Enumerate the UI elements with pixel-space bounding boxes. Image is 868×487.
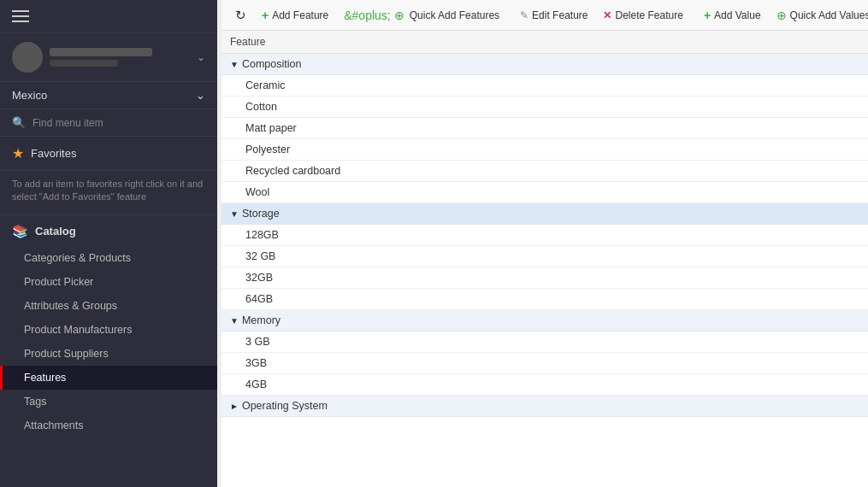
feature-value-row[interactable]: 3GB bbox=[221, 353, 868, 374]
feature-value-row[interactable]: Matt paper bbox=[221, 118, 868, 139]
feature-group-1[interactable]: ▼Storage bbox=[221, 203, 868, 225]
catalog-icon: 📚 bbox=[12, 224, 28, 239]
main-content: ↻ + Add Feature &#oplus; ⊕ Quick Add Fea… bbox=[221, 0, 868, 487]
feature-value-row[interactable]: Polyester bbox=[221, 139, 868, 161]
search-input[interactable] bbox=[32, 117, 205, 129]
sidebar-item-product-manufacturers[interactable]: Product Manufacturers bbox=[0, 318, 217, 342]
refresh-button[interactable]: ↻ bbox=[228, 4, 253, 26]
sidebar-search: 🔍 bbox=[0, 109, 217, 137]
sidebar-location[interactable]: Mexico ⌄ bbox=[0, 82, 217, 109]
toolbar: ↻ + Add Feature &#oplus; ⊕ Quick Add Fea… bbox=[221, 0, 868, 31]
edit-feature-label: Edit Feature bbox=[532, 9, 588, 21]
feature-group-2[interactable]: ▼Memory bbox=[221, 310, 868, 332]
feature-table: Feature ▼CompositionCeramicCottonMatt pa… bbox=[221, 31, 868, 417]
sidebar-header bbox=[0, 0, 217, 33]
delete-x-icon: ✕ bbox=[603, 9, 611, 21]
favorites-hint: To add an item to favorites right click … bbox=[0, 171, 217, 215]
quick-add-features-label: Quick Add Features bbox=[410, 9, 499, 21]
group-chevron-icon: ▼ bbox=[230, 316, 239, 326]
group-chevron-icon: ▼ bbox=[230, 60, 239, 69]
group-chevron-icon: ▼ bbox=[230, 209, 239, 219]
sidebar-favorites: ★ Favorites bbox=[0, 137, 217, 171]
add-feature-button[interactable]: + Add Feature bbox=[255, 5, 335, 26]
location-chevron-down-icon: ⌄ bbox=[196, 89, 205, 102]
user-name bbox=[50, 48, 152, 56]
nav-list: Categories & ProductsProduct PickerAttri… bbox=[0, 246, 217, 437]
sidebar: ⌄ Mexico ⌄ 🔍 ★ Favorites To add an item … bbox=[0, 0, 217, 487]
sidebar-item-features[interactable]: Features bbox=[0, 366, 217, 390]
add-value-button[interactable]: + Add Value bbox=[697, 5, 768, 26]
feature-group-0[interactable]: ▼Composition bbox=[221, 54, 868, 75]
feature-value-row[interactable]: 3 GB bbox=[221, 332, 868, 353]
search-icon: 🔍 bbox=[12, 116, 26, 129]
quick-add-values-button[interactable]: ⊕ Quick Add Values bbox=[770, 5, 868, 26]
delete-feature-label: Delete Feature bbox=[615, 9, 682, 21]
feature-value-row[interactable]: Recycled cardboard bbox=[221, 161, 868, 182]
sidebar-item-product-suppliers[interactable]: Product Suppliers bbox=[0, 342, 217, 366]
favorites-label: Favorites bbox=[31, 147, 76, 160]
sidebar-user: ⌄ bbox=[0, 33, 217, 82]
feature-value-row[interactable]: Ceramic bbox=[221, 75, 868, 97]
feature-value-row[interactable]: 4GB bbox=[221, 374, 868, 396]
plus-icon: + bbox=[262, 9, 269, 22]
location-label: Mexico bbox=[12, 89, 47, 102]
refresh-icon: ↻ bbox=[235, 8, 246, 23]
user-info bbox=[50, 48, 197, 67]
feature-column-header: Feature bbox=[221, 31, 868, 54]
quick-add-values-label: Quick Add Values bbox=[790, 9, 868, 21]
group-chevron-icon: ► bbox=[230, 402, 239, 411]
feature-group-3[interactable]: ►Operating System bbox=[221, 396, 868, 417]
catalog-section: 📚 Catalog bbox=[0, 215, 217, 246]
feature-value-row[interactable]: 32 GB bbox=[221, 246, 868, 267]
user-chevron-down-icon[interactable]: ⌄ bbox=[197, 51, 205, 63]
delete-feature-button[interactable]: ✕ Delete Feature bbox=[596, 6, 689, 25]
add-value-plus-icon: + bbox=[704, 9, 711, 22]
edit-pencil-icon: ✎ bbox=[520, 9, 528, 21]
edit-feature-button[interactable]: ✎ Edit Feature bbox=[513, 6, 594, 25]
resize-handle[interactable] bbox=[217, 0, 221, 487]
avatar bbox=[12, 42, 43, 73]
quick-add-circle-icon: ⊕ bbox=[394, 9, 404, 22]
sidebar-item-categories-products[interactable]: Categories & Products bbox=[0, 246, 217, 270]
feature-value-row[interactable]: 32GB bbox=[221, 267, 868, 289]
feature-table-body: ▼CompositionCeramicCottonMatt paperPolye… bbox=[221, 54, 868, 417]
feature-content: Feature ▼CompositionCeramicCottonMatt pa… bbox=[221, 31, 868, 487]
feature-value-row[interactable]: 128GB bbox=[221, 225, 868, 246]
plus-circle-icon: &#oplus; bbox=[344, 9, 390, 22]
sidebar-item-product-picker[interactable]: Product Picker bbox=[0, 270, 217, 294]
sidebar-item-tags[interactable]: Tags bbox=[0, 390, 217, 414]
add-value-label: Add Value bbox=[714, 9, 761, 21]
sidebar-item-attachments[interactable]: Attachments bbox=[0, 414, 217, 437]
quick-add-features-button[interactable]: &#oplus; ⊕ Quick Add Features bbox=[337, 5, 506, 26]
add-feature-label: Add Feature bbox=[272, 9, 328, 21]
feature-value-row[interactable]: Wool bbox=[221, 182, 868, 203]
feature-value-row[interactable]: 64GB bbox=[221, 289, 868, 310]
feature-value-row[interactable]: Cotton bbox=[221, 97, 868, 118]
user-sub bbox=[50, 60, 118, 67]
quick-add-values-circle-icon: ⊕ bbox=[776, 9, 787, 22]
sidebar-item-attributes-groups[interactable]: Attributes & Groups bbox=[0, 294, 217, 318]
catalog-label: Catalog bbox=[35, 225, 76, 238]
catalog-section-title: 📚 Catalog bbox=[12, 224, 205, 239]
star-icon: ★ bbox=[12, 145, 24, 161]
hamburger-icon[interactable] bbox=[12, 10, 29, 22]
